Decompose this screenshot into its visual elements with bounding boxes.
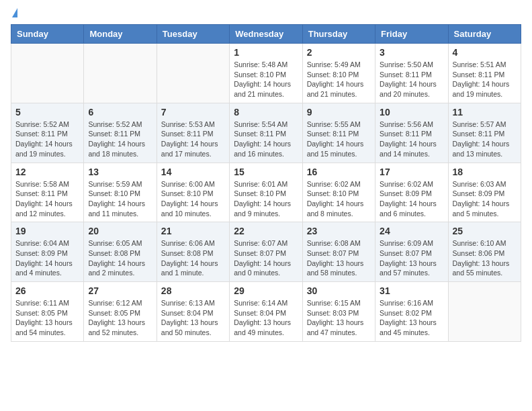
day-info: Sunrise: 6:00 AM Sunset: 8:10 PM Dayligh… xyxy=(161,179,225,219)
day-number: 17 xyxy=(380,167,443,177)
weekday-header-row: SundayMondayTuesdayWednesdayThursdayFrid… xyxy=(11,25,521,44)
weekday-header-saturday: Saturday xyxy=(448,25,521,44)
day-info: Sunrise: 5:57 AM Sunset: 8:11 PM Dayligh… xyxy=(453,120,517,159)
day-number: 10 xyxy=(380,107,443,118)
day-number: 27 xyxy=(88,285,152,296)
day-info: Sunrise: 5:59 AM Sunset: 8:10 PM Dayligh… xyxy=(88,179,152,219)
calendar-cell: 28Sunrise: 6:13 AM Sunset: 8:04 PM Dayli… xyxy=(157,282,229,342)
weekday-header-friday: Friday xyxy=(375,25,448,44)
day-info: Sunrise: 6:05 AM Sunset: 8:08 PM Dayligh… xyxy=(88,238,152,278)
day-info: Sunrise: 6:01 AM Sunset: 8:10 PM Dayligh… xyxy=(234,179,298,219)
calendar-cell: 2Sunrise: 5:49 AM Sunset: 8:10 PM Daylig… xyxy=(302,44,375,103)
calendar-cell: 1Sunrise: 5:48 AM Sunset: 8:10 PM Daylig… xyxy=(230,44,302,103)
day-number: 7 xyxy=(161,107,225,118)
day-info: Sunrise: 5:56 AM Sunset: 8:11 PM Dayligh… xyxy=(380,120,443,159)
day-number: 29 xyxy=(234,285,298,296)
day-info: Sunrise: 6:03 AM Sunset: 8:09 PM Dayligh… xyxy=(453,179,517,219)
day-info: Sunrise: 6:10 AM Sunset: 8:06 PM Dayligh… xyxy=(453,238,517,278)
calendar-cell: 4Sunrise: 5:51 AM Sunset: 8:11 PM Daylig… xyxy=(448,44,521,103)
day-number: 28 xyxy=(161,285,225,296)
day-number: 26 xyxy=(15,285,79,296)
calendar-cell: 24Sunrise: 6:09 AM Sunset: 8:07 PM Dayli… xyxy=(375,222,448,282)
day-number: 9 xyxy=(307,107,371,118)
day-number: 2 xyxy=(307,47,371,58)
calendar-cell xyxy=(11,44,84,103)
weekday-header-sunday: Sunday xyxy=(11,25,84,44)
calendar-table: SundayMondayTuesdayWednesdayThursdayFrid… xyxy=(11,24,521,342)
day-info: Sunrise: 6:13 AM Sunset: 8:04 PM Dayligh… xyxy=(161,298,225,338)
calendar-cell: 15Sunrise: 6:01 AM Sunset: 8:10 PM Dayli… xyxy=(230,163,302,222)
calendar-cell: 23Sunrise: 6:08 AM Sunset: 8:07 PM Dayli… xyxy=(302,222,375,282)
day-number: 8 xyxy=(234,107,298,118)
calendar-week-row: 12Sunrise: 5:58 AM Sunset: 8:11 PM Dayli… xyxy=(11,163,521,222)
calendar-cell: 5Sunrise: 5:52 AM Sunset: 8:11 PM Daylig… xyxy=(11,103,84,163)
day-number: 4 xyxy=(453,47,517,58)
weekday-header-monday: Monday xyxy=(84,25,157,44)
calendar-cell: 9Sunrise: 5:55 AM Sunset: 8:11 PM Daylig… xyxy=(302,103,375,163)
calendar-cell: 27Sunrise: 6:12 AM Sunset: 8:05 PM Dayli… xyxy=(84,282,157,342)
day-info: Sunrise: 5:49 AM Sunset: 8:10 PM Dayligh… xyxy=(307,60,371,99)
day-number: 23 xyxy=(307,226,371,236)
calendar-cell: 10Sunrise: 5:56 AM Sunset: 8:11 PM Dayli… xyxy=(375,103,448,163)
day-number: 21 xyxy=(161,226,225,236)
calendar-cell: 11Sunrise: 5:57 AM Sunset: 8:11 PM Dayli… xyxy=(448,103,521,163)
day-info: Sunrise: 6:02 AM Sunset: 8:09 PM Dayligh… xyxy=(380,179,443,219)
calendar-cell: 13Sunrise: 5:59 AM Sunset: 8:10 PM Dayli… xyxy=(84,163,157,222)
day-number: 14 xyxy=(161,167,225,177)
day-number: 24 xyxy=(380,226,443,236)
day-number: 3 xyxy=(380,47,443,58)
weekday-header-thursday: Thursday xyxy=(302,25,375,44)
day-info: Sunrise: 6:02 AM Sunset: 8:10 PM Dayligh… xyxy=(307,179,371,219)
weekday-header-tuesday: Tuesday xyxy=(157,25,229,44)
calendar-week-row: 5Sunrise: 5:52 AM Sunset: 8:11 PM Daylig… xyxy=(11,103,521,163)
calendar-cell: 7Sunrise: 5:53 AM Sunset: 8:11 PM Daylig… xyxy=(157,103,229,163)
calendar-cell: 3Sunrise: 5:50 AM Sunset: 8:11 PM Daylig… xyxy=(375,44,448,103)
day-number: 11 xyxy=(453,107,517,118)
day-info: Sunrise: 6:04 AM Sunset: 8:09 PM Dayligh… xyxy=(15,238,79,278)
day-number: 13 xyxy=(88,167,152,177)
day-info: Sunrise: 6:11 AM Sunset: 8:05 PM Dayligh… xyxy=(15,298,79,338)
day-info: Sunrise: 6:09 AM Sunset: 8:07 PM Dayligh… xyxy=(380,238,443,278)
calendar-cell: 6Sunrise: 5:52 AM Sunset: 8:11 PM Daylig… xyxy=(84,103,157,163)
day-info: Sunrise: 5:48 AM Sunset: 8:10 PM Dayligh… xyxy=(234,60,298,99)
day-number: 25 xyxy=(453,226,517,236)
calendar-cell: 17Sunrise: 6:02 AM Sunset: 8:09 PM Dayli… xyxy=(375,163,448,222)
calendar-cell: 18Sunrise: 6:03 AM Sunset: 8:09 PM Dayli… xyxy=(448,163,521,222)
calendar-cell: 16Sunrise: 6:02 AM Sunset: 8:10 PM Dayli… xyxy=(302,163,375,222)
calendar-cell xyxy=(157,44,229,103)
day-info: Sunrise: 5:52 AM Sunset: 8:11 PM Dayligh… xyxy=(88,120,152,159)
day-info: Sunrise: 6:16 AM Sunset: 8:02 PM Dayligh… xyxy=(380,298,443,338)
day-number: 12 xyxy=(15,167,79,177)
day-number: 15 xyxy=(234,167,298,177)
day-info: Sunrise: 6:15 AM Sunset: 8:03 PM Dayligh… xyxy=(307,298,371,338)
day-number: 1 xyxy=(234,47,298,58)
calendar-cell: 12Sunrise: 5:58 AM Sunset: 8:11 PM Dayli… xyxy=(11,163,84,222)
calendar-cell: 21Sunrise: 6:06 AM Sunset: 8:08 PM Dayli… xyxy=(157,222,229,282)
day-number: 18 xyxy=(453,167,517,177)
page-header xyxy=(11,11,521,17)
day-info: Sunrise: 5:54 AM Sunset: 8:11 PM Dayligh… xyxy=(234,120,298,159)
calendar-week-row: 19Sunrise: 6:04 AM Sunset: 8:09 PM Dayli… xyxy=(11,222,521,282)
day-number: 20 xyxy=(88,226,152,236)
day-info: Sunrise: 5:53 AM Sunset: 8:11 PM Dayligh… xyxy=(161,120,225,159)
day-number: 30 xyxy=(307,285,371,296)
day-number: 16 xyxy=(307,167,371,177)
day-info: Sunrise: 6:14 AM Sunset: 8:04 PM Dayligh… xyxy=(234,298,298,338)
day-info: Sunrise: 6:12 AM Sunset: 8:05 PM Dayligh… xyxy=(88,298,152,338)
day-number: 19 xyxy=(15,226,79,236)
day-number: 6 xyxy=(88,107,152,118)
calendar-cell: 19Sunrise: 6:04 AM Sunset: 8:09 PM Dayli… xyxy=(11,222,84,282)
day-number: 31 xyxy=(380,285,443,296)
calendar-cell xyxy=(448,282,521,342)
logo-triangle-icon xyxy=(12,8,17,17)
calendar-cell: 29Sunrise: 6:14 AM Sunset: 8:04 PM Dayli… xyxy=(230,282,302,342)
calendar-cell: 26Sunrise: 6:11 AM Sunset: 8:05 PM Dayli… xyxy=(11,282,84,342)
calendar-cell: 30Sunrise: 6:15 AM Sunset: 8:03 PM Dayli… xyxy=(302,282,375,342)
day-info: Sunrise: 5:58 AM Sunset: 8:11 PM Dayligh… xyxy=(15,179,79,219)
calendar-cell: 14Sunrise: 6:00 AM Sunset: 8:10 PM Dayli… xyxy=(157,163,229,222)
day-info: Sunrise: 5:52 AM Sunset: 8:11 PM Dayligh… xyxy=(15,120,79,159)
day-number: 22 xyxy=(234,226,298,236)
calendar-cell xyxy=(84,44,157,103)
day-number: 5 xyxy=(15,107,79,118)
day-info: Sunrise: 6:06 AM Sunset: 8:08 PM Dayligh… xyxy=(161,238,225,278)
